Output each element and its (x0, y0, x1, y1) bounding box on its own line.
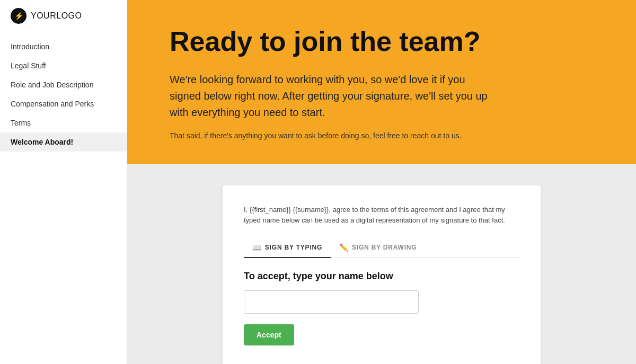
sidebar-item-role-job[interactable]: Role and Job Description (0, 75, 127, 94)
brand-light: LOGO (56, 11, 82, 20)
pencil-icon: ✏️ (339, 243, 349, 252)
hero-section: Ready to join the team? We're looking fo… (127, 0, 636, 164)
sidebar-item-introduction[interactable]: Introduction (0, 37, 127, 56)
main-content: Ready to join the team? We're looking fo… (127, 0, 636, 364)
accept-prompt: To accept, type your name below (244, 271, 519, 282)
sidebar: ⚡ YOURLOGO Introduction Legal Stuff Role… (0, 0, 127, 364)
hero-title: Ready to join the team? (170, 26, 594, 57)
name-input[interactable] (244, 290, 419, 314)
logo-icon: ⚡ (11, 8, 26, 24)
agreement-text: I, {{first_name}} {{surname}}, agree to … (244, 205, 519, 225)
sidebar-item-welcome[interactable]: Welcome Aboard! (0, 132, 127, 152)
sign-section: I, {{first_name}} {{surname}}, agree to … (127, 164, 636, 364)
tab-typing-label: SIGN BY TYPING (265, 244, 322, 251)
tab-sign-by-drawing[interactable]: ✏️ SIGN BY DRAWING (331, 238, 425, 258)
tabs-row: 📖 SIGN BY TYPING ✏️ SIGN BY DRAWING (244, 238, 519, 258)
nav-list: Introduction Legal Stuff Role and Job De… (0, 32, 127, 364)
tab-drawing-label: SIGN BY DRAWING (352, 244, 417, 251)
sidebar-item-legal-stuff[interactable]: Legal Stuff (0, 56, 127, 75)
brand-bold: YOUR (31, 11, 56, 20)
tab-sign-by-typing[interactable]: 📖 SIGN BY TYPING (244, 238, 331, 258)
sidebar-item-terms[interactable]: Terms (0, 113, 127, 132)
book-icon: 📖 (252, 243, 262, 252)
sidebar-item-compensation[interactable]: Compensation and Perks (0, 94, 127, 113)
logo-area: ⚡ YOURLOGO (0, 0, 127, 32)
sign-card: I, {{first_name}} {{surname}}, agree to … (223, 185, 541, 364)
hero-body: We're looking forward to working with yo… (170, 72, 498, 121)
logo-text: YOURLOGO (31, 11, 82, 21)
hero-subtext: That said, if there's anything you want … (170, 131, 488, 140)
accept-button[interactable]: Accept (244, 324, 294, 345)
